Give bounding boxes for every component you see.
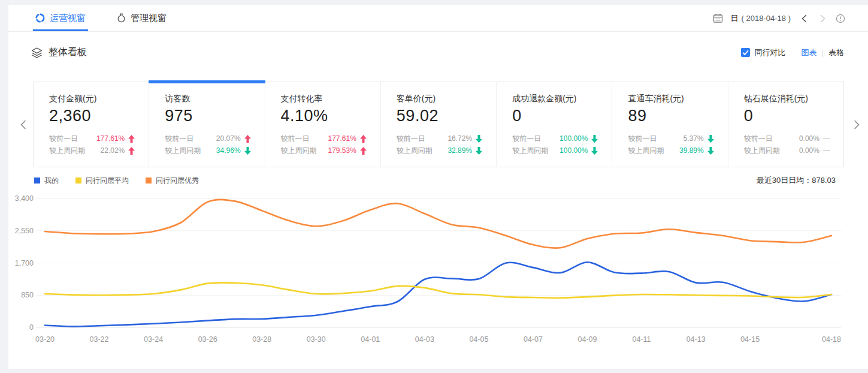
comparison-label: 较上周同期 bbox=[281, 146, 317, 156]
metric-card-4[interactable]: 客单价(元) 59.02 较前一日 16.72% 较上周同期 32.89% bbox=[381, 82, 497, 167]
x-axis-label: 04-13 bbox=[686, 335, 706, 344]
metric-card-comparisons: 较前一日 20.07% 较上周同期 34.96% bbox=[165, 133, 264, 157]
comparison-value: 32.89% bbox=[447, 146, 472, 155]
comparison-label: 较上周同期 bbox=[512, 146, 548, 156]
thirty-day-average-note: 最近30日日均：878.03 bbox=[757, 175, 836, 186]
comparison-label: 较上周同期 bbox=[628, 146, 664, 156]
metric-card-value: 975 bbox=[165, 107, 264, 125]
peer-compare-checkbox[interactable] bbox=[741, 48, 750, 57]
legend-item-my[interactable]: 我的 bbox=[34, 176, 59, 186]
metric-card-comparisons: 较前一日 16.72% 较上周同期 32.89% bbox=[397, 133, 496, 157]
comparison-value: 179.53% bbox=[328, 146, 356, 155]
metric-cards-row: 支付金额(元) 2,360 较前一日 177.61% 较上周同期 22.02% … bbox=[33, 82, 844, 167]
metric-card-5[interactable]: 成功退款金额(元) 0 较前一日 100.00% 较上周同期 100.00% bbox=[497, 82, 612, 167]
arrow-up-icon bbox=[359, 135, 367, 143]
x-axis-label: 03-30 bbox=[307, 335, 326, 344]
x-axis-label: 03-26 bbox=[198, 335, 217, 344]
legend-swatch bbox=[75, 178, 81, 184]
line-chart-canvas[interactable]: 08501,7002,5503,40003-2003-2203-2403-260… bbox=[8, 191, 868, 348]
tab-label: 运营视窗 bbox=[50, 13, 86, 24]
comparison-row: 较前一日 177.61% bbox=[281, 133, 367, 145]
legend-item-peer-best[interactable]: 同行同层优秀 bbox=[146, 176, 199, 186]
y-axis-label: 850 bbox=[21, 291, 34, 299]
metric-card-value: 89 bbox=[628, 107, 727, 125]
next-day-button-disabled[interactable] bbox=[817, 13, 828, 24]
previous-day-button[interactable] bbox=[799, 13, 809, 24]
metric-card-1[interactable]: 支付金额(元) 2,360 较前一日 177.61% 较上周同期 22.02% bbox=[34, 82, 149, 167]
x-axis-label: 04-07 bbox=[524, 335, 543, 344]
date-mode-label: 日 bbox=[731, 13, 739, 24]
y-axis-label: 3,400 bbox=[15, 194, 34, 203]
metric-card-value: 0 bbox=[512, 107, 612, 125]
comparison-value: 100.00% bbox=[559, 134, 588, 143]
calendar-icon[interactable] bbox=[713, 13, 723, 23]
comparison-value: 39.89% bbox=[679, 146, 704, 155]
comparison-row: 较前一日 0.00% — bbox=[744, 133, 830, 145]
metric-cards: 支付金额(元) 2,360 较前一日 177.61% 较上周同期 22.02% … bbox=[33, 82, 844, 167]
arrow-down-icon bbox=[475, 147, 483, 155]
x-axis-label: 04-05 bbox=[469, 335, 488, 344]
x-axis-label: 04-01 bbox=[361, 335, 380, 344]
metric-card-comparisons: 较前一日 100.00% 较上周同期 100.00% bbox=[512, 133, 612, 157]
metric-card-2[interactable]: 访客数 975 较前一日 20.07% 较上周同期 34.96% bbox=[149, 82, 265, 167]
comparison-value: 177.61% bbox=[328, 134, 356, 143]
comparison-label: 较上周同期 bbox=[49, 146, 85, 156]
metric-card-comparisons: 较前一日 0.00% — 较上周同期 0.00% — bbox=[744, 133, 843, 157]
metric-card-value: 0 bbox=[744, 107, 843, 125]
legend-label: 同行同层优秀 bbox=[156, 176, 199, 186]
metric-card-title: 支付金额(元) bbox=[49, 94, 149, 104]
view-toggle-chart[interactable]: 图表 bbox=[802, 47, 817, 58]
metric-card-title: 直通车消耗(元) bbox=[628, 94, 727, 104]
x-axis-label: 04-03 bbox=[415, 335, 434, 344]
legend-label: 同行同层平均 bbox=[86, 176, 129, 186]
metric-card-6[interactable]: 直通车消耗(元) 89 较前一日 5.37% 较上周同期 39.89% bbox=[612, 82, 728, 167]
arrow-up-icon bbox=[359, 147, 367, 155]
legend-item-peer-avg[interactable]: 同行同层平均 bbox=[75, 176, 129, 186]
x-axis-label: 03-24 bbox=[144, 335, 163, 344]
operations-ring-icon bbox=[35, 13, 45, 23]
metric-card-value: 59.02 bbox=[397, 107, 496, 125]
tab-management-view[interactable]: 管理视窗 bbox=[114, 5, 169, 31]
metric-card-comparisons: 较前一日 177.61% 较上周同期 179.53% bbox=[281, 133, 380, 157]
comparison-row: 较上周同期 100.00% bbox=[512, 145, 598, 157]
comparison-row: 较前一日 16.72% bbox=[397, 133, 483, 145]
cards-scroll-right-button[interactable] bbox=[850, 118, 863, 131]
date-controls: 日 ( 2018-04-18 ) bbox=[713, 5, 845, 32]
peer-compare-label[interactable]: 同行对比 bbox=[755, 47, 786, 58]
info-icon[interactable] bbox=[836, 14, 845, 23]
comparison-label: 较前一日 bbox=[744, 134, 773, 144]
metric-card-7[interactable]: 钻石展位消耗(元) 0 较前一日 0.00% — 较上周同期 0.00% — bbox=[728, 82, 843, 167]
date-display[interactable]: 日 ( 2018-04-18 ) bbox=[731, 13, 791, 24]
arrow-down-icon bbox=[591, 135, 598, 143]
view-toggle-table[interactable]: 表格 bbox=[828, 47, 844, 58]
chart-legend: 我的 同行同层平均 同行同层优秀 bbox=[34, 176, 199, 186]
section-header: 整体看板 同行对比 图表 | 表格 bbox=[8, 32, 868, 59]
y-axis-label: 1,700 bbox=[15, 259, 34, 267]
line-my bbox=[45, 262, 831, 326]
comparison-row: 较上周同期 32.89% bbox=[397, 145, 483, 157]
metric-card-3[interactable]: 支付转化率 4.10% 较前一日 177.61% 较上周同期 179.53% bbox=[265, 82, 381, 167]
arrow-up-icon bbox=[128, 135, 135, 143]
y-axis-label: 2,550 bbox=[15, 227, 34, 235]
cards-scroll-left-button[interactable] bbox=[16, 118, 29, 131]
metric-card-title: 钻石展位消耗(元) bbox=[744, 94, 843, 104]
metric-card-value: 2,360 bbox=[49, 107, 149, 125]
comparison-value: 0.00% bbox=[799, 134, 819, 143]
comparison-row: 较前一日 5.37% bbox=[628, 133, 714, 145]
legend-swatch bbox=[146, 178, 152, 184]
arrow-down-icon bbox=[475, 135, 483, 143]
comparison-value: 22.02% bbox=[101, 146, 125, 155]
money-pouch-icon bbox=[117, 13, 126, 23]
comparison-label: 较上周同期 bbox=[165, 146, 201, 156]
metric-card-title: 成功退款金额(元) bbox=[512, 94, 612, 104]
metric-card-value: 4.10% bbox=[281, 107, 380, 125]
legend-label: 我的 bbox=[44, 176, 59, 186]
active-tab-underline bbox=[33, 29, 88, 31]
metric-card-title: 客单价(元) bbox=[397, 94, 496, 104]
chart-header: 我的 同行同层平均 同行同层优秀 最近30日日均：878.03 bbox=[34, 175, 836, 186]
tab-operations-view[interactable]: 运营视窗 bbox=[33, 5, 88, 31]
line-peer-best bbox=[45, 200, 831, 248]
layers-icon bbox=[31, 47, 43, 58]
comparison-value: 177.61% bbox=[96, 134, 125, 143]
comparison-row: 较前一日 177.61% bbox=[49, 133, 135, 145]
